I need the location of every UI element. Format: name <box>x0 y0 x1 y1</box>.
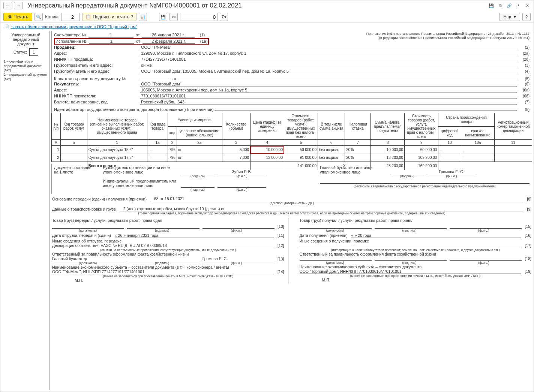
toolbar: 🖶Печать 🔍 Копий: 📋Подпись и печать ? 📊 💾… <box>0 11 534 23</box>
edo-link[interactable]: Начать обмен электронными документами с … <box>10 24 137 29</box>
print-button[interactable]: 🖶Печать <box>3 13 32 21</box>
appendix-1: Приложение №1 к постановлению Правительс… <box>334 32 530 36</box>
sidebar: Универсальный передаточный документ Стат… <box>2 31 50 390</box>
status-value: 1 <box>29 48 38 56</box>
titlebar: ← → Универсальный передаточный документ … <box>0 0 534 11</box>
link-bar: 📄 Начать обмен электронными документами … <box>0 23 534 31</box>
preview-button[interactable]: 🔍 <box>34 13 43 21</box>
correction-row: Исправление № 1 от 2 февраля 2021 г. (1а… <box>54 38 209 45</box>
sf-date: 26 января 2021 г. <box>142 33 195 37</box>
mail-button[interactable]: ✉ <box>170 13 178 21</box>
table-row: 1Сумка для ноутбука 15,6"--796шт5,00010 … <box>52 146 532 154</box>
table-row: 2Сумка для ноутбука 17,3"--796шт7,00013 … <box>52 154 532 162</box>
print-icon[interactable]: 🖶 <box>497 2 504 9</box>
copies-label: Копий: <box>45 14 59 19</box>
items-table: № п/п Код товара/ работ, услуг Наименова… <box>51 113 532 164</box>
sum-input[interactable] <box>180 13 218 21</box>
printer-icon: 🖶 <box>8 14 12 19</box>
close-icon[interactable]: ✕ <box>524 2 531 9</box>
sidebar-note: 1 – счет-фактура и передаточный документ… <box>4 60 48 81</box>
sign-button[interactable]: 📋Подпись и печать ? <box>82 13 136 21</box>
sf-label: Счет-фактура № <box>54 33 86 37</box>
stamp-icon: 📋 <box>86 14 91 19</box>
save-icon[interactable]: 💾 <box>488 2 495 9</box>
header-block: Приложение №1 к постановлению Правительс… <box>51 31 532 113</box>
footer-block: Документ составлен на 1 листе Руководите… <box>51 164 532 194</box>
save-button[interactable]: 💾 <box>159 13 167 21</box>
sheet-button[interactable]: 📊 <box>139 13 147 21</box>
more-button[interactable]: Еще ▾ <box>499 13 520 21</box>
help-button[interactable]: ? <box>522 13 531 21</box>
sigma-button[interactable]: Σ▾ <box>220 13 228 21</box>
sidebar-title: Универсальный передаточный документ <box>4 33 48 46</box>
appendix-2: (в редакции постановления Правительства … <box>334 36 530 40</box>
window-title: Универсальный передаточный документ №МГ0… <box>27 2 488 9</box>
doc-icon: 📄 <box>4 24 9 29</box>
forward-button[interactable]: → <box>14 2 23 9</box>
back-button[interactable]: ← <box>3 2 12 9</box>
status-label: Статус: <box>14 50 27 54</box>
clip-icon[interactable]: 🔗 <box>506 2 513 9</box>
copies-input[interactable] <box>61 13 80 21</box>
more-icon[interactable]: ⋮ <box>515 2 522 9</box>
sf-num: 1 <box>88 33 134 37</box>
